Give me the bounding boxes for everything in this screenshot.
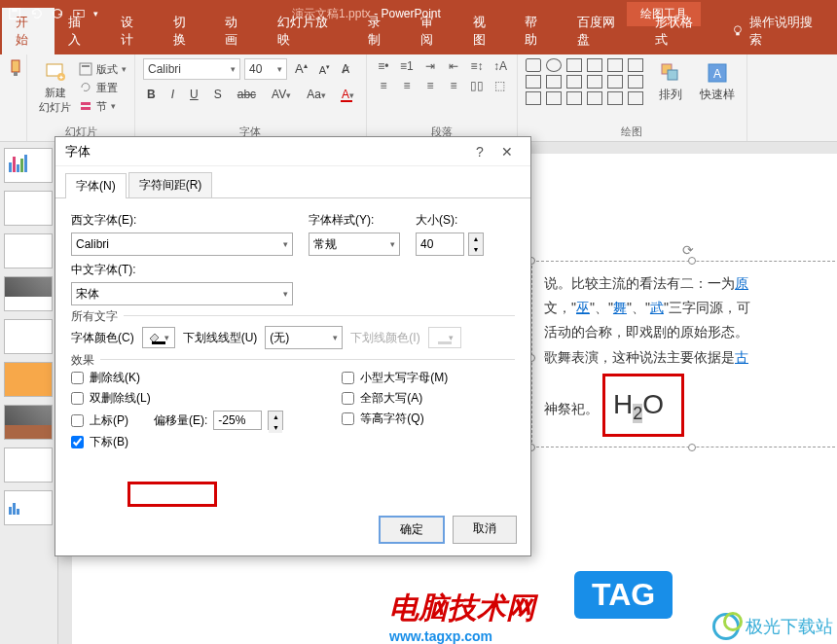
dialog-close-button[interactable]: ✕: [493, 144, 521, 160]
offset-spinner[interactable]: ▲▼: [268, 411, 283, 430]
layout-icon: [79, 62, 92, 76]
drawing-group-label: 绘图: [526, 123, 739, 139]
text-box[interactable]: ⟳ 说。比较主流的看法有二：一为原 文，"巫"、"舞"、"武"三字同源，可 活动…: [531, 261, 837, 447]
tab-slideshow[interactable]: 幻灯片放映: [264, 8, 354, 54]
font-size-input[interactable]: 40: [416, 233, 464, 256]
indent-left-icon[interactable]: ⇤: [445, 58, 462, 74]
bullets-icon[interactable]: ≡•: [375, 58, 392, 74]
tab-view[interactable]: 视图: [459, 8, 512, 54]
bold-button[interactable]: B: [143, 86, 160, 103]
slide-thumb[interactable]: [4, 319, 53, 354]
font-color-picker[interactable]: ▾: [142, 327, 175, 348]
double-strike-checkbox[interactable]: 双删除线(L): [71, 390, 283, 407]
slide-thumb[interactable]: [4, 362, 53, 397]
change-case-button[interactable]: Aa▾: [303, 86, 330, 103]
quick-styles-button[interactable]: A快速样: [696, 59, 739, 105]
tab-baidu[interactable]: 百度网盘: [564, 8, 641, 54]
clear-format-icon[interactable]: A̷: [338, 60, 353, 78]
font-size-label: 大小(S):: [416, 212, 484, 229]
smallcaps-checkbox[interactable]: 小型大写字母(M): [342, 370, 448, 386]
layout-button[interactable]: 版式▾: [79, 62, 127, 77]
tell-me[interactable]: 操作说明搜索: [719, 8, 837, 54]
align-right-icon[interactable]: ≡: [421, 78, 439, 93]
text-line: 歌舞表演，这种说法主要依据是古: [544, 345, 832, 370]
indent-right-icon[interactable]: ⇥: [421, 58, 439, 74]
slides-group: ✦ 新建 幻灯片 版式▾ 重置 节▾ 幻灯片: [27, 54, 135, 141]
strike-checkbox[interactable]: 删除线(K): [71, 370, 283, 386]
underline-color-label: 下划线颜色(I): [350, 330, 419, 346]
align-center-icon[interactable]: ≡: [398, 78, 416, 93]
slide-thumb[interactable]: [4, 191, 53, 226]
section-button[interactable]: 节▾: [79, 99, 127, 114]
decrease-font-icon[interactable]: A▾: [315, 61, 334, 78]
paste-brush-icon[interactable]: [8, 58, 27, 78]
dialog-help-button[interactable]: ?: [466, 144, 493, 160]
latin-font-combo[interactable]: Calibri▾: [71, 233, 293, 256]
superscript-checkbox[interactable]: 上标(P) 偏移量(E): -25% ▲▼: [71, 411, 283, 430]
columns-icon[interactable]: ▯▯: [468, 78, 486, 93]
spacing-button[interactable]: AV▾: [268, 86, 295, 103]
dialog-tab-spacing[interactable]: 字符间距(R): [128, 172, 213, 197]
numbering-icon[interactable]: ≡1: [398, 58, 416, 74]
shapes-gallery[interactable]: [526, 58, 645, 105]
resize-handle[interactable]: [688, 257, 696, 265]
svg-point-2: [54, 10, 62, 18]
italic-button[interactable]: I: [167, 86, 178, 103]
underline-button[interactable]: U: [186, 86, 202, 103]
strike-button[interactable]: abc: [234, 86, 260, 103]
ok-button[interactable]: 确定: [379, 516, 445, 544]
svg-point-4: [734, 26, 741, 33]
tab-shape-format[interactable]: 形状格式: [641, 8, 719, 54]
ribbon-tab-strip: 开始 插入 设计 切换 动画 幻灯片放映 录制 审阅 视图 帮助 百度网盘 形状…: [0, 27, 837, 54]
resize-handle[interactable]: [688, 444, 696, 451]
line-spacing-icon[interactable]: ≡↕: [468, 58, 486, 74]
save-icon[interactable]: [8, 7, 21, 20]
paragraph-group: ≡• ≡1 ⇥ ⇤ ≡↕ ↕A ≡ ≡ ≡ ≡ ▯▯ ⬚ 段落: [367, 54, 518, 141]
shadow-button[interactable]: S: [210, 86, 226, 103]
arrange-icon: [659, 61, 682, 85]
smartart-icon[interactable]: ⬚: [491, 78, 509, 93]
slide-thumb[interactable]: [4, 233, 53, 268]
new-slide-button[interactable]: ✦ 新建 幻灯片: [35, 58, 75, 117]
svg-rect-16: [668, 70, 677, 80]
font-color-button[interactable]: A▾: [338, 86, 358, 103]
slide-thumb[interactable]: [4, 490, 53, 525]
svg-rect-1: [12, 9, 17, 13]
underline-style-combo[interactable]: (无)▾: [265, 326, 343, 349]
font-size-combo[interactable]: 40▾: [244, 58, 287, 80]
tab-animation[interactable]: 动画: [211, 8, 264, 54]
tab-record[interactable]: 录制: [354, 8, 407, 54]
tab-help[interactable]: 帮助: [511, 8, 564, 54]
latin-font-label: 西文字体(E):: [71, 212, 293, 229]
reset-button[interactable]: 重置: [79, 81, 127, 95]
dialog-tabs: 字体(N) 字符间距(R): [55, 166, 530, 198]
dialog-titlebar[interactable]: 字体 ? ✕: [55, 137, 530, 166]
offset-input[interactable]: -25%: [213, 411, 262, 430]
site-badge: 极光下载站: [712, 613, 833, 640]
font-size-spinner[interactable]: ▲▼: [468, 233, 484, 256]
undo-icon[interactable]: [29, 7, 43, 20]
slide-thumbnails: [0, 142, 58, 644]
font-family-combo[interactable]: Calibri▾: [143, 58, 240, 80]
arrange-button[interactable]: 排列: [655, 59, 686, 105]
allcaps-checkbox[interactable]: 全部大写(A): [342, 390, 448, 407]
slide-thumb[interactable]: [4, 276, 53, 311]
subscript-checkbox[interactable]: 下标(B): [71, 434, 283, 450]
slideshow-icon[interactable]: [72, 7, 86, 20]
slide-thumb[interactable]: [4, 447, 53, 483]
text-direction-icon[interactable]: ↕A: [491, 58, 509, 74]
slide-thumb[interactable]: [4, 148, 53, 183]
tab-design[interactable]: 设计: [107, 8, 160, 54]
cancel-button[interactable]: 取消: [453, 516, 517, 544]
slide-thumb[interactable]: [4, 405, 53, 440]
justify-icon[interactable]: ≡: [445, 78, 462, 93]
dialog-tab-font[interactable]: 字体(N): [65, 173, 127, 198]
increase-font-icon[interactable]: A▴: [291, 59, 311, 78]
equalize-checkbox[interactable]: 等高字符(Q): [342, 411, 448, 427]
font-style-combo[interactable]: 常规▾: [309, 233, 400, 256]
align-left-icon[interactable]: ≡: [375, 78, 392, 93]
asian-font-combo[interactable]: 宋体▾: [71, 282, 293, 305]
tab-review[interactable]: 审阅: [407, 8, 459, 54]
tab-transition[interactable]: 切换: [160, 8, 212, 54]
redo-icon[interactable]: [51, 7, 64, 20]
